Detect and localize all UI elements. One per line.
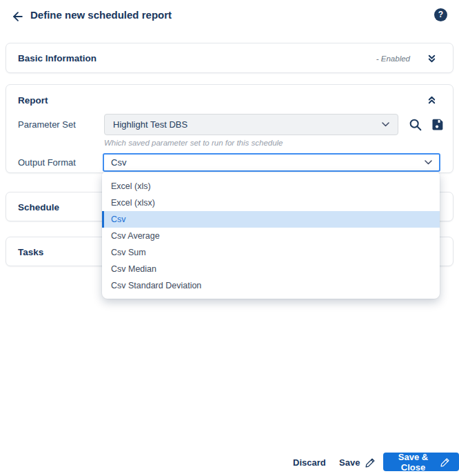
output-format-dropdown: Excel (xls)Excel (xlsx)CsvCsv AverageCsv… (102, 172, 440, 299)
dropdown-option[interactable]: Csv (102, 211, 440, 228)
parameter-set-helper: Which saved parameter set to run for thi… (104, 139, 283, 147)
save-button[interactable]: Save (339, 453, 376, 471)
back-button[interactable] (11, 9, 26, 24)
arrow-left-icon (11, 10, 26, 23)
report-title: Report (18, 95, 48, 106)
discard-label: Discard (293, 457, 326, 468)
help-icon[interactable]: ? (434, 8, 447, 21)
output-format-select[interactable]: Csv (103, 153, 440, 172)
search-icon[interactable] (408, 117, 425, 133)
parameter-set-select[interactable]: Highlight Test DBS (104, 114, 398, 135)
pencil-icon (440, 457, 451, 468)
save-label: Save (339, 457, 360, 468)
schedule-title: Schedule (18, 202, 59, 212)
parameter-set-label: Parameter Set (18, 119, 76, 130)
scheduled-report-page: Define new scheduled report ? Basic Info… (0, 0, 459, 476)
enabled-status: - Enabled (376, 54, 410, 63)
save-and-close-button[interactable]: Save & Close (383, 453, 459, 471)
dropdown-option[interactable]: Csv Median (102, 261, 440, 277)
dropdown-option[interactable]: Excel (xls) (102, 178, 440, 195)
page-title: Define new scheduled report (30, 9, 172, 21)
double-chevron-down-icon[interactable] (427, 52, 439, 65)
page-header: Define new scheduled report ? (0, 0, 459, 32)
output-format-label: Output Format (18, 157, 76, 168)
dropdown-option[interactable]: Excel (xlsx) (102, 195, 440, 211)
chevron-down-icon (425, 160, 432, 165)
basic-information-card: Basic Information - Enabled (6, 43, 453, 73)
save-and-close-label: Save & Close (391, 452, 435, 473)
double-chevron-up-icon[interactable] (427, 94, 439, 106)
output-format-value: Csv (111, 157, 126, 168)
dropdown-option[interactable]: Csv Sum (102, 244, 440, 261)
pencil-icon (365, 457, 376, 468)
chevron-down-icon (382, 122, 389, 127)
discard-button[interactable]: Discard (293, 453, 326, 471)
tasks-title: Tasks (18, 247, 43, 257)
dropdown-option[interactable]: Csv Average (102, 228, 440, 244)
report-card: Report Parameter Set Highlight Test DBS … (6, 84, 453, 173)
save-disk-icon[interactable] (430, 116, 447, 132)
basic-information-title: Basic Information (18, 53, 96, 63)
footer-actions: Discard Save Save & Close (0, 448, 459, 476)
dropdown-option[interactable]: Csv Standard Deviation (102, 277, 440, 294)
parameter-set-value: Highlight Test DBS (113, 119, 187, 130)
